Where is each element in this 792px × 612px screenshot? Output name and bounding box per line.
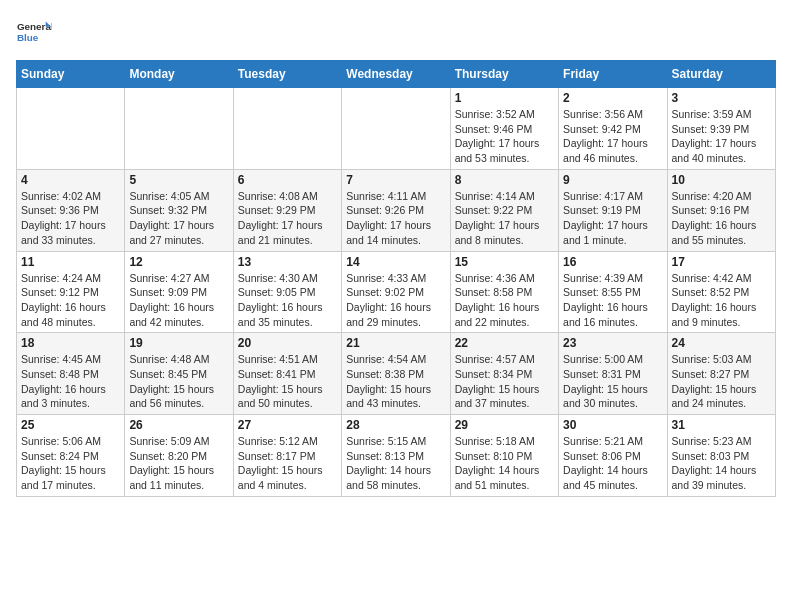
day-info: Sunrise: 5:00 AM Sunset: 8:31 PM Dayligh…: [563, 352, 662, 411]
day-number: 21: [346, 336, 445, 350]
svg-text:Blue: Blue: [17, 32, 39, 43]
day-number: 9: [563, 173, 662, 187]
calendar-cell: 18Sunrise: 4:45 AM Sunset: 8:48 PM Dayli…: [17, 333, 125, 415]
day-number: 7: [346, 173, 445, 187]
calendar-cell: [342, 88, 450, 170]
day-number: 18: [21, 336, 120, 350]
calendar-cell: 10Sunrise: 4:20 AM Sunset: 9:16 PM Dayli…: [667, 169, 775, 251]
weekday-header: Saturday: [667, 61, 775, 88]
calendar-cell: 16Sunrise: 4:39 AM Sunset: 8:55 PM Dayli…: [559, 251, 667, 333]
weekday-header: Monday: [125, 61, 233, 88]
calendar-cell: 15Sunrise: 4:36 AM Sunset: 8:58 PM Dayli…: [450, 251, 558, 333]
day-number: 23: [563, 336, 662, 350]
calendar-cell: 1Sunrise: 3:52 AM Sunset: 9:46 PM Daylig…: [450, 88, 558, 170]
day-info: Sunrise: 4:45 AM Sunset: 8:48 PM Dayligh…: [21, 352, 120, 411]
day-info: Sunrise: 4:30 AM Sunset: 9:05 PM Dayligh…: [238, 271, 337, 330]
calendar-cell: 6Sunrise: 4:08 AM Sunset: 9:29 PM Daylig…: [233, 169, 341, 251]
day-number: 15: [455, 255, 554, 269]
day-info: Sunrise: 5:15 AM Sunset: 8:13 PM Dayligh…: [346, 434, 445, 493]
weekday-header: Friday: [559, 61, 667, 88]
day-number: 2: [563, 91, 662, 105]
day-info: Sunrise: 4:42 AM Sunset: 8:52 PM Dayligh…: [672, 271, 771, 330]
calendar-cell: [125, 88, 233, 170]
day-info: Sunrise: 4:39 AM Sunset: 8:55 PM Dayligh…: [563, 271, 662, 330]
day-info: Sunrise: 4:24 AM Sunset: 9:12 PM Dayligh…: [21, 271, 120, 330]
calendar-cell: 3Sunrise: 3:59 AM Sunset: 9:39 PM Daylig…: [667, 88, 775, 170]
calendar-cell: 31Sunrise: 5:23 AM Sunset: 8:03 PM Dayli…: [667, 415, 775, 497]
weekday-header: Wednesday: [342, 61, 450, 88]
day-number: 30: [563, 418, 662, 432]
day-info: Sunrise: 3:52 AM Sunset: 9:46 PM Dayligh…: [455, 107, 554, 166]
day-number: 27: [238, 418, 337, 432]
calendar-cell: [17, 88, 125, 170]
calendar-week-row: 1Sunrise: 3:52 AM Sunset: 9:46 PM Daylig…: [17, 88, 776, 170]
day-info: Sunrise: 4:54 AM Sunset: 8:38 PM Dayligh…: [346, 352, 445, 411]
day-number: 3: [672, 91, 771, 105]
day-info: Sunrise: 4:20 AM Sunset: 9:16 PM Dayligh…: [672, 189, 771, 248]
day-info: Sunrise: 5:12 AM Sunset: 8:17 PM Dayligh…: [238, 434, 337, 493]
day-info: Sunrise: 4:36 AM Sunset: 8:58 PM Dayligh…: [455, 271, 554, 330]
day-info: Sunrise: 5:06 AM Sunset: 8:24 PM Dayligh…: [21, 434, 120, 493]
calendar-cell: 11Sunrise: 4:24 AM Sunset: 9:12 PM Dayli…: [17, 251, 125, 333]
day-info: Sunrise: 5:03 AM Sunset: 8:27 PM Dayligh…: [672, 352, 771, 411]
day-number: 28: [346, 418, 445, 432]
calendar-cell: 4Sunrise: 4:02 AM Sunset: 9:36 PM Daylig…: [17, 169, 125, 251]
day-number: 22: [455, 336, 554, 350]
day-number: 10: [672, 173, 771, 187]
day-number: 16: [563, 255, 662, 269]
calendar-cell: 8Sunrise: 4:14 AM Sunset: 9:22 PM Daylig…: [450, 169, 558, 251]
day-number: 12: [129, 255, 228, 269]
weekday-header-row: SundayMondayTuesdayWednesdayThursdayFrid…: [17, 61, 776, 88]
day-info: Sunrise: 5:23 AM Sunset: 8:03 PM Dayligh…: [672, 434, 771, 493]
day-number: 17: [672, 255, 771, 269]
calendar-cell: 2Sunrise: 3:56 AM Sunset: 9:42 PM Daylig…: [559, 88, 667, 170]
calendar-cell: 9Sunrise: 4:17 AM Sunset: 9:19 PM Daylig…: [559, 169, 667, 251]
weekday-header: Tuesday: [233, 61, 341, 88]
calendar-week-row: 25Sunrise: 5:06 AM Sunset: 8:24 PM Dayli…: [17, 415, 776, 497]
day-info: Sunrise: 5:09 AM Sunset: 8:20 PM Dayligh…: [129, 434, 228, 493]
day-number: 31: [672, 418, 771, 432]
calendar-cell: 29Sunrise: 5:18 AM Sunset: 8:10 PM Dayli…: [450, 415, 558, 497]
logo: General Blue: [16, 16, 52, 52]
calendar-cell: 13Sunrise: 4:30 AM Sunset: 9:05 PM Dayli…: [233, 251, 341, 333]
weekday-header: Sunday: [17, 61, 125, 88]
calendar-cell: 24Sunrise: 5:03 AM Sunset: 8:27 PM Dayli…: [667, 333, 775, 415]
day-info: Sunrise: 5:21 AM Sunset: 8:06 PM Dayligh…: [563, 434, 662, 493]
calendar-cell: 26Sunrise: 5:09 AM Sunset: 8:20 PM Dayli…: [125, 415, 233, 497]
day-info: Sunrise: 4:02 AM Sunset: 9:36 PM Dayligh…: [21, 189, 120, 248]
day-info: Sunrise: 4:11 AM Sunset: 9:26 PM Dayligh…: [346, 189, 445, 248]
calendar-week-row: 11Sunrise: 4:24 AM Sunset: 9:12 PM Dayli…: [17, 251, 776, 333]
day-info: Sunrise: 4:48 AM Sunset: 8:45 PM Dayligh…: [129, 352, 228, 411]
day-info: Sunrise: 4:08 AM Sunset: 9:29 PM Dayligh…: [238, 189, 337, 248]
day-number: 26: [129, 418, 228, 432]
page-header: General Blue: [16, 16, 776, 52]
day-number: 25: [21, 418, 120, 432]
weekday-header: Thursday: [450, 61, 558, 88]
calendar-cell: 30Sunrise: 5:21 AM Sunset: 8:06 PM Dayli…: [559, 415, 667, 497]
calendar-week-row: 18Sunrise: 4:45 AM Sunset: 8:48 PM Dayli…: [17, 333, 776, 415]
calendar-cell: 23Sunrise: 5:00 AM Sunset: 8:31 PM Dayli…: [559, 333, 667, 415]
day-number: 6: [238, 173, 337, 187]
calendar-cell: 20Sunrise: 4:51 AM Sunset: 8:41 PM Dayli…: [233, 333, 341, 415]
calendar-cell: 14Sunrise: 4:33 AM Sunset: 9:02 PM Dayli…: [342, 251, 450, 333]
calendar-week-row: 4Sunrise: 4:02 AM Sunset: 9:36 PM Daylig…: [17, 169, 776, 251]
day-number: 20: [238, 336, 337, 350]
day-info: Sunrise: 4:57 AM Sunset: 8:34 PM Dayligh…: [455, 352, 554, 411]
day-info: Sunrise: 4:27 AM Sunset: 9:09 PM Dayligh…: [129, 271, 228, 330]
day-info: Sunrise: 4:33 AM Sunset: 9:02 PM Dayligh…: [346, 271, 445, 330]
day-info: Sunrise: 4:17 AM Sunset: 9:19 PM Dayligh…: [563, 189, 662, 248]
day-number: 4: [21, 173, 120, 187]
day-number: 13: [238, 255, 337, 269]
calendar-cell: 7Sunrise: 4:11 AM Sunset: 9:26 PM Daylig…: [342, 169, 450, 251]
day-number: 19: [129, 336, 228, 350]
day-info: Sunrise: 3:59 AM Sunset: 9:39 PM Dayligh…: [672, 107, 771, 166]
calendar-cell: 5Sunrise: 4:05 AM Sunset: 9:32 PM Daylig…: [125, 169, 233, 251]
calendar-cell: 21Sunrise: 4:54 AM Sunset: 8:38 PM Dayli…: [342, 333, 450, 415]
calendar-cell: [233, 88, 341, 170]
calendar-cell: 22Sunrise: 4:57 AM Sunset: 8:34 PM Dayli…: [450, 333, 558, 415]
day-info: Sunrise: 4:14 AM Sunset: 9:22 PM Dayligh…: [455, 189, 554, 248]
calendar-cell: 28Sunrise: 5:15 AM Sunset: 8:13 PM Dayli…: [342, 415, 450, 497]
day-number: 5: [129, 173, 228, 187]
day-number: 8: [455, 173, 554, 187]
calendar-cell: 12Sunrise: 4:27 AM Sunset: 9:09 PM Dayli…: [125, 251, 233, 333]
